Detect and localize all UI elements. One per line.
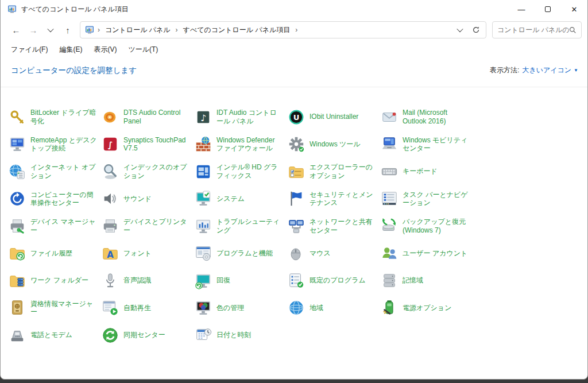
item-indexing-options-magnifier[interactable]: インデックスのオプション bbox=[102, 163, 195, 180]
item-label: デバイスとプリンター bbox=[123, 218, 190, 234]
view-by-dropdown[interactable]: 大きいアイコン ▼ bbox=[522, 65, 578, 75]
item-label: 同期センター bbox=[123, 331, 165, 339]
back-button[interactable]: ← bbox=[9, 22, 24, 37]
menu-view[interactable]: 表示(V) bbox=[89, 42, 121, 57]
item-synaptics-touchpad[interactable]: ∫ Synaptics TouchPad V7.5 bbox=[102, 136, 195, 153]
up-button[interactable]: ↑ bbox=[60, 22, 75, 37]
security-maintenance-flag-icon bbox=[288, 190, 305, 207]
item-fonts-folder[interactable]: A フォント bbox=[102, 245, 195, 262]
refresh-button[interactable] bbox=[469, 23, 483, 37]
sound-speaker-icon bbox=[102, 190, 119, 207]
item-label: システム bbox=[216, 195, 245, 203]
power-options-battery-icon bbox=[381, 299, 398, 316]
item-backup-restore[interactable]: バックアップと復元 (Windows 7) bbox=[381, 218, 474, 235]
item-devices-printers[interactable]: デバイスとプリンター bbox=[102, 218, 195, 235]
bitlocker-key-icon bbox=[9, 109, 26, 126]
item-label: 記憶域 bbox=[403, 276, 423, 285]
breadcrumb-all-items[interactable]: すべてのコントロール パネル項目 bbox=[182, 24, 292, 36]
item-label: 自動再生 bbox=[123, 304, 151, 312]
item-label: マウス bbox=[310, 249, 331, 258]
item-ease-of-access[interactable]: コンピューターの簡単操作センター bbox=[9, 190, 102, 207]
item-network-sharing[interactable]: ネットワークと共有センター bbox=[288, 218, 381, 235]
item-explorer-options-folder[interactable]: エクスプローラーのオプション bbox=[288, 163, 381, 180]
item-mobility-center[interactable]: Windows モビリティ センター bbox=[381, 136, 474, 153]
item-keyboard[interactable]: キーボード bbox=[381, 163, 474, 180]
item-troubleshooting-monitor[interactable]: トラブルシューティング bbox=[195, 218, 288, 235]
item-intel-hd-graphics[interactable]: インテル® HD グラフィックス bbox=[195, 163, 288, 180]
item-phone-modem[interactable]: 電話とモデム bbox=[9, 327, 102, 344]
phone-modem-icon bbox=[9, 327, 26, 344]
address-dropdown-button[interactable] bbox=[452, 23, 467, 37]
item-power-options-battery[interactable]: 電源オプション bbox=[381, 299, 474, 316]
autoplay-icon bbox=[102, 299, 119, 316]
item-idt-audio-note[interactable]: ♪ IDT Audio コントロール パネル bbox=[195, 109, 288, 126]
item-sound-speaker[interactable]: サウンド bbox=[102, 190, 195, 207]
item-mouse[interactable]: マウス bbox=[288, 245, 381, 262]
refresh-icon bbox=[472, 26, 480, 34]
item-date-time-calendar[interactable]: 日付と時刻 bbox=[195, 327, 288, 344]
svg-text:∫: ∫ bbox=[108, 140, 113, 150]
breadcrumb-separator: › bbox=[176, 26, 178, 34]
item-remoteapp-desktop[interactable]: RemoteApp とデスクトップ接続 bbox=[9, 136, 102, 153]
item-label: フォント bbox=[123, 249, 152, 258]
item-label: DTS Audio Control Panel bbox=[123, 109, 190, 125]
internet-options-globe-icon bbox=[9, 163, 26, 180]
item-label: IObit Uninstaller bbox=[310, 113, 358, 121]
item-taskbar-navigation[interactable]: タスク バーとナビゲーション bbox=[381, 190, 474, 207]
item-credential-manager-safe[interactable]: 資格情報マネージャー bbox=[9, 299, 102, 316]
mouse-icon bbox=[288, 245, 305, 262]
item-label: ユーザー アカウント bbox=[403, 249, 467, 258]
menu-bar: ファイル(F) 編集(E) 表示(V) ツール(T) bbox=[1, 41, 587, 57]
menu-file[interactable]: ファイル(F) bbox=[6, 42, 52, 57]
recent-pages-chevron-button[interactable] bbox=[43, 22, 58, 37]
search-icon bbox=[569, 26, 577, 34]
chevron-down-icon bbox=[457, 26, 463, 32]
view-by-value: 大きいアイコン bbox=[522, 65, 571, 75]
item-label: タスク バーとナビゲーション bbox=[403, 191, 469, 207]
maximize-button[interactable] bbox=[535, 0, 561, 18]
forward-button[interactable]: → bbox=[26, 22, 41, 37]
item-label: 電源オプション bbox=[403, 304, 451, 312]
close-button[interactable]: ✕ bbox=[561, 0, 587, 18]
item-iobit-uninstaller[interactable]: U IObit Uninstaller bbox=[288, 109, 381, 126]
menu-edit[interactable]: 編集(E) bbox=[55, 42, 87, 57]
item-storage-spaces[interactable]: 記憶域 bbox=[381, 272, 474, 289]
item-color-management[interactable]: 色の管理 bbox=[195, 299, 288, 316]
item-firewall[interactable]: Windows Defender ファイアウォール bbox=[195, 136, 288, 153]
item-dts-audio-disc[interactable]: DTS Audio Control Panel bbox=[102, 109, 195, 126]
item-programs-features[interactable]: プログラムと機能 bbox=[195, 245, 288, 262]
item-user-accounts[interactable]: ユーザー アカウント bbox=[381, 245, 474, 262]
item-work-folders[interactable]: ワーク フォルダー bbox=[9, 272, 102, 289]
file-history-folder-icon bbox=[9, 245, 26, 262]
region-globe-icon bbox=[288, 299, 305, 316]
search-box[interactable] bbox=[492, 21, 582, 38]
item-internet-options-globe[interactable]: インターネット オプション bbox=[9, 163, 102, 180]
item-device-manager[interactable]: デバイス マネージャー bbox=[9, 218, 102, 235]
item-default-programs[interactable]: 既定のプログラム bbox=[288, 272, 381, 289]
taskbar-navigation-icon bbox=[381, 190, 398, 207]
breadcrumb-control-panel[interactable]: コントロール パネル bbox=[104, 24, 172, 36]
idt-audio-note-icon: ♪ bbox=[195, 109, 212, 126]
item-bitlocker-key[interactable]: BitLocker ドライブ暗号化 bbox=[9, 109, 102, 126]
item-recovery-monitor[interactable]: 回復 bbox=[195, 272, 288, 289]
item-windows-tools-gear[interactable]: Windows ツール bbox=[288, 136, 381, 153]
item-sync-center[interactable]: 同期センター bbox=[102, 327, 195, 344]
item-autoplay[interactable]: 自動再生 bbox=[102, 299, 195, 316]
item-label: ワーク フォルダー bbox=[30, 276, 88, 285]
item-label: プログラムと機能 bbox=[216, 249, 273, 258]
item-label: ネットワークと共有センター bbox=[310, 218, 376, 234]
item-label: Synaptics TouchPad V7.5 bbox=[123, 136, 190, 153]
item-mail[interactable]: Mail (Microsoft Outlook 2016) bbox=[381, 109, 474, 126]
item-file-history-folder[interactable]: ファイル履歴 bbox=[9, 245, 102, 262]
address-bar[interactable]: › コントロール パネル › すべてのコントロール パネル項目 › bbox=[80, 21, 486, 38]
item-label: IDT Audio コントロール パネル bbox=[216, 109, 283, 125]
item-speech-recognition-mic[interactable]: 音声認識 bbox=[102, 272, 195, 289]
recovery-monitor-icon bbox=[195, 272, 212, 289]
item-security-maintenance-flag[interactable]: セキュリティとメンテナンス bbox=[288, 190, 381, 207]
menu-tools[interactable]: ツール(T) bbox=[123, 42, 163, 57]
maximize-icon bbox=[545, 6, 551, 12]
minimize-button[interactable]: — bbox=[508, 0, 535, 18]
search-input[interactable] bbox=[497, 26, 569, 34]
item-system-monitor[interactable]: システム bbox=[195, 190, 288, 207]
item-region-globe[interactable]: 地域 bbox=[288, 299, 381, 316]
